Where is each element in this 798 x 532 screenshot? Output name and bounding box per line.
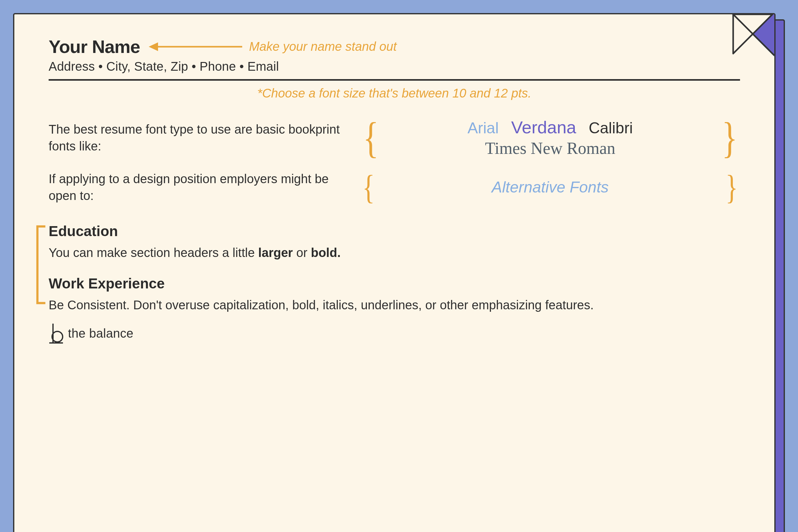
education-body-mid: or (293, 246, 311, 260)
work-experience-body: Be Consistent. Don't overuse capitalizat… (49, 296, 740, 314)
font-recommendation-text: The best resume font type to use are bas… (49, 121, 353, 154)
curly-brace-right-icon: } (722, 122, 737, 153)
font-size-note: *Choose a font size that's between 10 an… (49, 86, 740, 100)
document-stage: Your Name Make your name stand out Addre… (13, 13, 785, 532)
header-divider (49, 79, 740, 81)
font-sample-alternative: Alternative Fonts (492, 178, 609, 196)
name-callout-text: Make your name stand out (249, 40, 397, 54)
font-sample-calibri: Calibri (588, 119, 633, 137)
curly-brace-left-icon: { (363, 122, 378, 153)
alt-font-row: If applying to a design position employe… (49, 170, 740, 204)
curly-brace-left-icon: { (363, 175, 375, 200)
education-bold-bold: bold. (311, 246, 341, 260)
font-sample-times: Times New Roman (485, 139, 615, 158)
font-sample-verdana: Verdana (511, 117, 576, 137)
resume-sections: Education You can make section headers a… (49, 223, 740, 314)
header-row: Your Name Make your name stand out (49, 36, 740, 57)
svg-point-7 (52, 331, 63, 342)
alt-font-sample-wrap: Alternative Fonts (384, 177, 716, 197)
curly-brace-right-icon: } (726, 175, 738, 200)
font-sample-arial: Arial (468, 119, 499, 137)
svg-marker-5 (149, 42, 158, 51)
section-bracket-icon (34, 225, 47, 306)
folded-corner-icon (735, 13, 776, 54)
arrow-left-icon (147, 40, 244, 54)
contact-line: Address • City, State, Zip • Phone • Ema… (49, 59, 740, 74)
resume-paper: Your Name Make your name stand out Addre… (13, 13, 776, 532)
brand-logo: the balance (49, 323, 740, 344)
education-body: You can make section headers a little la… (49, 244, 740, 261)
brand-logo-text: the balance (68, 326, 133, 340)
applicant-name: Your Name (49, 36, 140, 57)
font-samples: Arial Verdana Calibri Times New Roman (389, 116, 712, 159)
balance-logo-icon (49, 323, 64, 344)
education-bold-larger: larger (258, 246, 293, 260)
name-callout: Make your name stand out (147, 40, 740, 54)
work-experience-heading: Work Experience (49, 275, 740, 292)
education-heading: Education (49, 223, 740, 240)
font-recommendation-row: The best resume font type to use are bas… (49, 116, 740, 159)
education-body-prefix: You can make section headers a little (49, 246, 258, 260)
alt-font-text: If applying to a design position employe… (49, 170, 353, 204)
